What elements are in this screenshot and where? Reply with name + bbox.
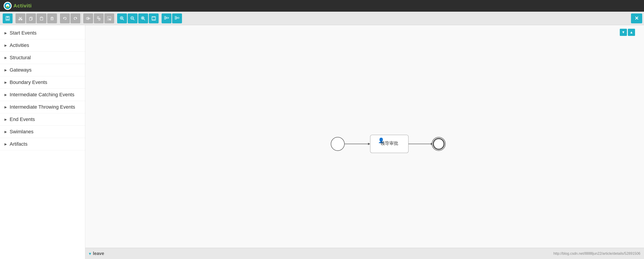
svg-line-32 (144, 19, 145, 20)
sidebar-arrow-artifacts: ▶ (4, 142, 7, 146)
toolbar-group-layout (161, 14, 183, 23)
svg-rect-5 (6, 19, 9, 20)
auto-layout1-button[interactable] (162, 14, 172, 23)
close-icon: ✕ (634, 16, 638, 21)
zoom-reset-button[interactable] (138, 14, 148, 23)
sidebar-item-end-events[interactable]: ▶End Events (0, 113, 85, 126)
align-horizontal-button[interactable] (83, 14, 93, 23)
sidebar-label-start-events: Start Events (10, 30, 36, 36)
sidebar-label-artifacts: Artifacts (10, 141, 28, 147)
svg-rect-4 (6, 16, 9, 18)
alfresco-logo-icon (4, 2, 12, 10)
svg-rect-21 (99, 19, 100, 20)
expand-button[interactable]: ▲ (628, 29, 635, 36)
app-title: Activiti (14, 3, 32, 9)
bottom-bar-arrow-icon: ▾ (89, 251, 91, 256)
svg-line-25 (123, 19, 124, 20)
svg-rect-36 (164, 18, 166, 19)
svg-rect-17 (86, 18, 88, 19)
sidebar-item-swimlanes[interactable]: ▶Swimlanes (0, 126, 85, 138)
redo-button[interactable] (70, 14, 80, 23)
sidebar-arrow-swimlanes: ▶ (4, 130, 7, 134)
svg-rect-13 (41, 17, 42, 18)
sidebar-item-boundary-events[interactable]: ▶Boundary Events (0, 76, 85, 89)
sidebar-arrow-activities: ▶ (4, 44, 7, 47)
svg-marker-48 (368, 143, 370, 145)
svg-rect-35 (164, 16, 166, 18)
svg-rect-37 (167, 17, 168, 18)
sidebar-label-intermediate-catching: Intermediate Catching Events (10, 92, 74, 98)
sidebar-item-structural[interactable]: ▶Structural (0, 52, 85, 64)
sidebar: ▶Start Events▶Activities▶Structural▶Gate… (0, 25, 85, 259)
select-button[interactable] (104, 14, 114, 23)
sidebar-arrow-boundary-events: ▶ (4, 80, 7, 84)
sidebar-arrow-intermediate-catching: ▶ (4, 93, 7, 96)
sidebar-arrow-intermediate-throwing: ▶ (4, 105, 7, 109)
bottom-bar: ▾ leave http://blog.csdn.net/llllllllllj… (85, 248, 644, 259)
sidebar-item-activities[interactable]: ▶Activities (0, 39, 85, 52)
svg-point-33 (142, 18, 143, 18)
bpmn-svg: 👤 领导审批 (324, 122, 459, 166)
sidebar-label-end-events: End Events (10, 116, 35, 122)
sidebar-item-start-events[interactable]: ▶Start Events (0, 27, 85, 39)
svg-rect-14 (51, 18, 53, 20)
undo-button[interactable] (60, 14, 70, 23)
canvas-controls: ▼ ▲ (620, 29, 635, 36)
main-layout: ▶Start Events▶Activities▶Structural▶Gate… (0, 25, 644, 259)
svg-rect-41 (175, 16, 176, 18)
sidebar-label-activities: Activities (10, 42, 29, 48)
svg-rect-20 (98, 16, 99, 18)
sidebar-arrow-gateways: ▶ (4, 68, 7, 72)
toolbar-group-align (82, 14, 115, 23)
auto-layout2-button[interactable] (172, 14, 182, 23)
paste-button[interactable] (36, 14, 46, 23)
svg-rect-11 (30, 18, 32, 20)
cut-button[interactable] (16, 14, 25, 23)
toolbar: ✕ (0, 12, 644, 25)
bpmn-diagram: 👤 领导审批 (324, 122, 459, 167)
bottom-bar-label: leave (93, 251, 104, 256)
sidebar-arrow-end-events: ▶ (4, 118, 7, 121)
sidebar-arrow-start-events: ▶ (4, 31, 7, 35)
svg-rect-18 (88, 18, 90, 19)
delete-button[interactable] (47, 14, 57, 23)
sidebar-arrow-structural: ▶ (4, 56, 7, 60)
sidebar-label-gateways: Gateways (10, 67, 32, 73)
sidebar-item-gateways[interactable]: ▶Gateways (0, 64, 85, 76)
zoom-out-button[interactable] (128, 14, 138, 23)
canvas-area[interactable]: ▼ ▲ 👤 领导审批 (85, 25, 644, 259)
svg-point-55 (433, 138, 444, 149)
fit-button[interactable] (149, 14, 159, 23)
toolbar-group-file (2, 14, 14, 23)
toolbar-group-history (59, 14, 82, 23)
collapse-button[interactable]: ▼ (620, 29, 627, 36)
app-header: Activiti (0, 0, 644, 12)
sidebar-label-boundary-events: Boundary Events (10, 80, 47, 85)
sidebar-item-artifacts[interactable]: ▶Artifacts (0, 138, 85, 150)
sidebar-label-swimlanes: Swimlanes (10, 129, 34, 135)
align-vertical-button[interactable] (94, 14, 104, 23)
copy-button[interactable] (26, 14, 36, 23)
zoom-in-button[interactable] (117, 14, 127, 23)
svg-rect-42 (175, 18, 176, 19)
svg-rect-34 (152, 16, 156, 20)
close-button[interactable]: ✕ (631, 14, 642, 23)
toolbar-group-edit (14, 14, 58, 23)
sidebar-label-structural: Structural (10, 55, 31, 60)
save-button[interactable] (3, 14, 12, 23)
url-bar: http://blog.csdn.net/lllllllllljun22/art… (553, 252, 640, 256)
sidebar-item-intermediate-catching[interactable]: ▶Intermediate Catching Events (0, 89, 85, 101)
svg-text:领导审批: 领导审批 (380, 141, 398, 146)
app-logo: Activiti (4, 2, 32, 10)
sidebar-item-intermediate-throwing[interactable]: ▶Intermediate Throwing Events (0, 101, 85, 113)
sidebar-label-intermediate-throwing: Intermediate Throwing Events (10, 104, 75, 110)
svg-point-46 (331, 137, 344, 150)
toolbar-group-zoom (116, 14, 160, 23)
svg-rect-43 (177, 17, 179, 18)
svg-line-29 (133, 19, 135, 20)
